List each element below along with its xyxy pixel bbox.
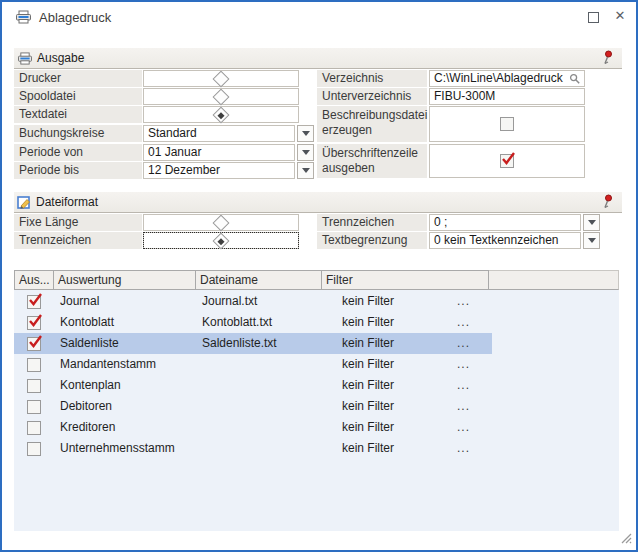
pin-icon[interactable] — [602, 194, 614, 213]
row-checkbox[interactable] — [14, 291, 54, 312]
table-row[interactable]: Kontenplan kein Filter ... — [14, 375, 492, 396]
radio-diamond-icon — [213, 70, 230, 87]
filter-more-button[interactable]: ... — [457, 354, 470, 375]
table-row[interactable]: Debitoren kein Filter ... — [14, 396, 492, 417]
periode-bis-value: 12 Dezember — [144, 163, 294, 178]
buchungskreise-label: Buchungskreise — [14, 125, 142, 142]
filter-more-button[interactable]: ... — [457, 312, 470, 333]
cell-auswertung: Kreditoren — [60, 417, 115, 438]
ablagedruck-window: Ablagedruck ✕ Ausgabe Drucker Spooldatei — [0, 0, 638, 552]
periode-von-dropdown-button[interactable] — [297, 144, 314, 161]
row-checkbox[interactable] — [14, 312, 54, 333]
cell-filter: kein Filter — [342, 354, 394, 375]
table-row[interactable]: Kreditoren kein Filter ... — [14, 417, 492, 438]
textbegrenzung-dropdown-button[interactable] — [583, 232, 600, 249]
ausgabe-section-title: Ausgabe — [37, 51, 84, 65]
table-row-selected[interactable]: Saldenliste Saldenliste.txt kein Filter … — [14, 333, 492, 354]
cell-filter: kein Filter — [342, 396, 394, 417]
row-checkbox[interactable] — [14, 396, 54, 417]
beschreibungsdatei-label: Beschreibungsdatei erzeugen — [317, 106, 427, 142]
textbegrenzung-select[interactable]: 0 kein Textkennzeichen — [429, 232, 581, 249]
row-checkbox[interactable] — [14, 438, 54, 459]
table-row[interactable]: Unternehmensstamm kein Filter ... — [14, 438, 492, 459]
table-row[interactable]: Mandantenstamm kein Filter ... — [14, 354, 492, 375]
printer-icon — [17, 52, 33, 65]
cell-auswertung: Kontenplan — [60, 375, 121, 396]
unterverzeichnis-label: Unterverzeichnis — [317, 88, 427, 105]
verzeichnis-label: Verzeichnis — [317, 70, 427, 87]
trennzeichen-value: 0 ; — [430, 215, 580, 230]
row-checkbox[interactable] — [14, 333, 54, 354]
beschreibungsdatei-checkbox[interactable] — [429, 106, 585, 142]
filter-more-button[interactable]: ... — [457, 438, 470, 459]
column-header-auswertung[interactable]: Auswertung — [53, 270, 196, 290]
fixe-laenge-radio[interactable] — [143, 214, 299, 231]
ueberschriftenzeile-checkbox[interactable] — [429, 144, 585, 178]
cell-auswertung: Debitoren — [60, 396, 112, 417]
pin-icon[interactable] — [602, 50, 614, 69]
chevron-down-icon — [302, 168, 310, 173]
textdatei-label: Textdatei — [14, 106, 142, 123]
maximize-button[interactable] — [586, 11, 600, 25]
trennzeichen-dropdown-button[interactable] — [583, 214, 600, 231]
radio-diamond-icon — [213, 214, 230, 231]
unterverzeichnis-input[interactable]: FIBU-300M — [429, 88, 585, 105]
textdatei-radio[interactable] — [143, 106, 299, 123]
close-icon[interactable]: ✕ — [612, 8, 628, 24]
trennzeichen-select[interactable]: 0 ; — [429, 214, 581, 231]
checkbox-checked-icon — [500, 154, 514, 168]
periode-bis-dropdown-button[interactable] — [297, 162, 314, 179]
buchungskreise-select[interactable]: Standard — [143, 125, 295, 142]
drucker-radio[interactable] — [143, 70, 299, 87]
trennzeichen-radio[interactable] — [143, 232, 299, 249]
filter-more-button[interactable]: ... — [457, 291, 470, 312]
verzeichnis-input[interactable]: C:\WinLine\Ablagedruck — [429, 70, 585, 87]
periode-von-value: 01 Januar — [144, 145, 294, 160]
titlebar: Ablagedruck ✕ — [2, 2, 636, 32]
buchungskreise-dropdown-button[interactable] — [297, 125, 314, 142]
filter-more-button[interactable]: ... — [457, 375, 470, 396]
cell-filter: kein Filter — [342, 438, 394, 459]
drucker-label: Drucker — [14, 70, 142, 87]
table-row[interactable]: Journal Journal.txt kein Filter ... — [14, 291, 492, 312]
textbegrenzung-value: 0 kein Textkennzeichen — [430, 233, 580, 248]
column-header-dateiname[interactable]: Dateiname — [195, 270, 322, 290]
cell-filter: kein Filter — [342, 417, 394, 438]
row-checkbox[interactable] — [14, 375, 54, 396]
cell-auswertung: Saldenliste — [60, 333, 119, 354]
spooldatei-radio[interactable] — [143, 88, 299, 105]
checkbox-unchecked-icon — [27, 442, 41, 456]
checkbox-unchecked-icon — [27, 400, 41, 414]
cell-dateiname: Saldenliste.txt — [202, 333, 277, 354]
cell-filter: kein Filter — [342, 312, 394, 333]
row-checkbox[interactable] — [14, 417, 54, 438]
filter-more-button[interactable]: ... — [457, 333, 470, 354]
radio-diamond-icon — [213, 88, 230, 105]
chevron-down-icon — [302, 131, 310, 136]
periode-bis-select[interactable]: 12 Dezember — [143, 162, 295, 179]
checkbox-checked-icon — [27, 316, 41, 330]
column-header-filler — [489, 270, 619, 290]
trennzeichen-label: Trennzeichen — [317, 214, 427, 231]
spooldatei-label: Spooldatei — [14, 88, 142, 105]
column-header-check[interactable]: Aus... — [14, 270, 54, 290]
table-row[interactable]: Kontoblatt Kontoblatt.txt kein Filter ..… — [14, 312, 492, 333]
periode-von-select[interactable]: 01 Januar — [143, 144, 295, 161]
dateiformat-section-header: Dateiformat — [14, 192, 622, 213]
filter-more-button[interactable]: ... — [457, 396, 470, 417]
search-icon[interactable] — [569, 73, 581, 89]
checkbox-unchecked-icon — [27, 379, 41, 393]
cell-auswertung: Mandantenstamm — [60, 354, 156, 375]
chevron-down-icon — [588, 238, 596, 243]
cell-auswertung: Journal — [60, 291, 99, 312]
buchungskreise-value: Standard — [144, 126, 294, 141]
column-header-filter[interactable]: Filter — [321, 270, 489, 290]
cell-auswertung: Kontoblatt — [60, 312, 114, 333]
cell-filter: kein Filter — [342, 333, 394, 354]
row-checkbox[interactable] — [14, 354, 54, 375]
ueberschriftenzeile-label: Überschriftenzeile ausgeben — [317, 144, 427, 178]
cell-dateiname: Journal.txt — [202, 291, 257, 312]
dateiformat-section-title: Dateiformat — [36, 195, 98, 209]
filter-more-button[interactable]: ... — [457, 417, 470, 438]
resize-grip-icon[interactable] — [618, 530, 632, 547]
